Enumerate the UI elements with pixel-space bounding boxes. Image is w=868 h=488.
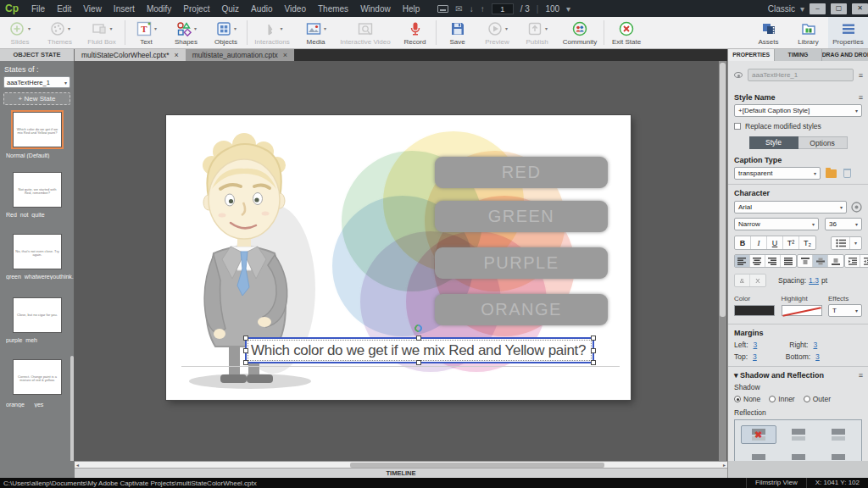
resize-handle-se[interactable] bbox=[591, 360, 596, 365]
margin-top-value[interactable]: 3 bbox=[753, 352, 757, 361]
align-center-button[interactable] bbox=[750, 255, 765, 267]
tab-drag-and-drop[interactable]: DRAG AND DROP bbox=[822, 49, 868, 61]
highlight-color-swatch[interactable] bbox=[782, 305, 822, 316]
replace-styles-checkbox[interactable] bbox=[734, 123, 741, 130]
tab-close-icon[interactable]: × bbox=[283, 51, 287, 59]
question-caption-selected[interactable]: Which color do we get if we mix Red and … bbox=[245, 337, 594, 363]
align-left-button[interactable] bbox=[735, 255, 750, 267]
shadow-none-radio[interactable] bbox=[734, 396, 741, 402]
menu-help[interactable]: Help bbox=[397, 4, 426, 14]
font-family-dropdown[interactable]: Arial ▾ bbox=[734, 201, 847, 214]
bullet-list-button[interactable] bbox=[832, 237, 850, 249]
minimize-button[interactable]: – bbox=[810, 3, 826, 14]
record-button[interactable]: Record bbox=[395, 17, 435, 48]
properties-button[interactable]: Properties bbox=[828, 17, 868, 48]
text-color-swatch[interactable] bbox=[734, 305, 775, 316]
italic-button[interactable]: I bbox=[751, 236, 767, 249]
workspace-caret-icon[interactable]: ▾ bbox=[800, 4, 804, 14]
resize-handle-s[interactable] bbox=[416, 360, 421, 365]
reflection-option[interactable] bbox=[781, 425, 816, 444]
caption-type-dropdown[interactable]: transparent ▾ bbox=[734, 167, 821, 180]
rotate-handle-icon[interactable] bbox=[413, 323, 424, 334]
tab-close-icon[interactable]: × bbox=[174, 51, 178, 59]
subscript-button[interactable]: T₂ bbox=[799, 236, 815, 249]
menu-audio[interactable]: Audio bbox=[245, 4, 279, 14]
closed-captions-icon[interactable] bbox=[437, 5, 448, 13]
menu-quiz[interactable]: Quiz bbox=[215, 4, 245, 14]
list-caret-icon[interactable]: ▾ bbox=[850, 237, 861, 249]
answer-button-orange[interactable]: ORANGE bbox=[435, 294, 608, 325]
style-menu-icon[interactable]: ≡ bbox=[859, 93, 862, 102]
tab-options[interactable]: Options bbox=[798, 136, 848, 149]
resize-handle-e[interactable] bbox=[591, 348, 596, 353]
state-object-dropdown[interactable]: aaaTextHere_1 ▾ bbox=[3, 76, 70, 88]
state-thumbnail-orange[interactable]: Correct. Orange paint is a mixture of re… bbox=[13, 359, 64, 395]
align-top-button[interactable] bbox=[798, 255, 813, 267]
new-state-button[interactable]: + New State bbox=[3, 92, 70, 105]
item-name-field[interactable]: aaaTextHere_1 bbox=[748, 69, 854, 81]
menu-edit[interactable]: Edit bbox=[51, 4, 77, 14]
tab-style[interactable]: Style bbox=[749, 136, 798, 149]
menu-video[interactable]: Video bbox=[279, 4, 312, 14]
margin-bottom-value[interactable]: 3 bbox=[815, 352, 820, 361]
font-style-dropdown[interactable]: Narrow ▾ bbox=[734, 218, 819, 230]
resize-handle-n[interactable] bbox=[416, 336, 421, 341]
visibility-eye-icon[interactable] bbox=[734, 72, 743, 78]
resize-handle-sw[interactable] bbox=[243, 360, 248, 365]
shadow-outer-radio[interactable] bbox=[804, 396, 810, 402]
mail-icon[interactable]: ✉ bbox=[455, 4, 462, 14]
community-button[interactable]: Community bbox=[557, 17, 603, 48]
save-button[interactable]: Save bbox=[437, 17, 477, 48]
align-justify-button[interactable] bbox=[781, 255, 796, 267]
resize-handle-w[interactable] bbox=[243, 348, 248, 353]
indent-button[interactable] bbox=[860, 255, 868, 267]
exit-state-button[interactable]: Exit State bbox=[605, 17, 648, 48]
tab-multistate-automation[interactable]: multistate_automation.cptx × bbox=[186, 49, 294, 61]
previous-slide-icon[interactable]: ↑ bbox=[481, 4, 485, 14]
close-button[interactable]: ✕ bbox=[852, 3, 868, 14]
reflection-option[interactable] bbox=[821, 425, 856, 444]
effects-dropdown[interactable]: T ▾ bbox=[828, 304, 862, 317]
reflection-option-none[interactable]: ✖ bbox=[741, 425, 776, 444]
state-thumbnail-red[interactable]: Not quite, we started with Red, remember… bbox=[13, 172, 64, 208]
menu-file[interactable]: File bbox=[25, 4, 51, 14]
underline-button[interactable]: U bbox=[767, 236, 783, 249]
font-size-dropdown[interactable]: 36 ▾ bbox=[825, 218, 862, 230]
slide-canvas[interactable]: RED GREEN PURPLE ORANGE Which color do w… bbox=[166, 115, 631, 400]
menu-modify[interactable]: Modify bbox=[141, 4, 177, 14]
view-mode-label[interactable]: Filmstrip View bbox=[746, 478, 806, 488]
text-button[interactable]: T▾ Text bbox=[126, 17, 166, 48]
canvas-horizontal-scrollbar[interactable]: ◂ ▸ bbox=[75, 461, 727, 468]
media-button[interactable]: ▾ Media bbox=[296, 17, 336, 48]
objects-button[interactable]: ▾ Objects bbox=[206, 17, 246, 48]
resize-handle-ne[interactable] bbox=[591, 336, 596, 341]
state-thumbnail-purple[interactable]: Close, but no cigar for you. purple_meh bbox=[13, 297, 64, 333]
shapes-button[interactable]: ▾ Shapes bbox=[166, 17, 206, 48]
bold-button[interactable]: B bbox=[735, 236, 751, 249]
menu-themes[interactable]: Themes bbox=[312, 4, 354, 14]
outdent-button[interactable] bbox=[845, 255, 860, 267]
library-button[interactable]: Library bbox=[788, 17, 828, 48]
folder-icon[interactable] bbox=[826, 169, 837, 178]
margin-left-value[interactable]: 3 bbox=[754, 341, 758, 349]
tab-timing[interactable]: TIMING bbox=[775, 49, 821, 61]
align-right-button[interactable] bbox=[765, 255, 781, 267]
adobe-fonts-icon[interactable] bbox=[851, 202, 862, 213]
tab-properties[interactable]: PROPERTIES bbox=[728, 49, 775, 61]
timeline-panel-header[interactable]: TIMELINE bbox=[75, 468, 727, 478]
menu-insert[interactable]: Insert bbox=[108, 4, 141, 14]
next-slide-icon[interactable]: ↓ bbox=[470, 4, 474, 14]
align-middle-button[interactable] bbox=[813, 255, 828, 267]
state-thumbnail-green[interactable]: No, that's not even close. Try again. gr… bbox=[13, 234, 64, 269]
spacing-value[interactable]: 1.3 bbox=[809, 276, 819, 285]
state-thumbnail-normal[interactable]: Which color do we get if we mix Red and … bbox=[13, 112, 64, 147]
answer-button-green[interactable]: GREEN bbox=[435, 201, 608, 232]
tab-multistatecolorwheel[interactable]: multiStateColorWheel.cptx* × bbox=[75, 49, 186, 61]
shapes-caret-icon[interactable]: ▾ bbox=[194, 25, 197, 31]
slide-number-input[interactable]: 1 bbox=[492, 3, 514, 14]
zoom-caret-icon[interactable]: ▾ bbox=[566, 4, 570, 14]
align-bottom-button[interactable] bbox=[828, 255, 843, 267]
answer-button-purple[interactable]: PURPLE bbox=[435, 247, 608, 279]
menu-view[interactable]: View bbox=[77, 4, 108, 14]
objects-caret-icon[interactable]: ▾ bbox=[234, 25, 236, 31]
